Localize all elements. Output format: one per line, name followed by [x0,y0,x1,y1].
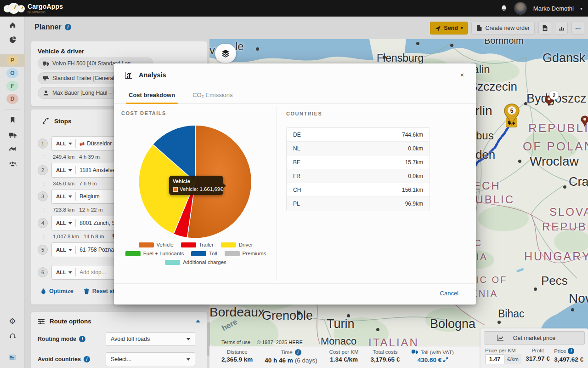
route-stats-bar: Distance2,365.9 kmTimei40 h 46 m (6 days… [209,346,481,368]
country-code: CH [293,187,301,193]
notifications-bell-icon[interactable] [500,5,508,12]
drag-handle-icon[interactable]: ⋮ [41,234,46,240]
more-actions-button[interactable]: ⋯ [571,22,584,34]
app-logo[interactable]: CargoApps by IMPARGO [4,1,63,15]
cancel-button[interactable]: Cancel [440,290,458,297]
market-chart-icon [497,335,503,341]
get-market-price-button[interactable]: Get market price [484,331,585,345]
stop-location-field[interactable]: ALL1181 Amstelve [51,163,119,178]
stop-mode-select[interactable]: ALL [52,220,68,226]
stop-number: 6 [38,267,48,277]
planner-info-icon[interactable]: i [65,24,71,30]
pie-tooltip: Vehicle Vehicle: 1.661,69€ [169,176,223,195]
avoid-countries-select[interactable]: Select... [106,352,195,366]
tab-co2-emissions[interactable]: CO₂ Emissions [192,86,233,104]
map-city-label: Bologna [430,317,475,331]
left-rail: POFD ⚙ [0,17,25,368]
legend-label: Trailer [199,242,214,247]
swap-stops-icon[interactable]: ⇄ [79,140,85,147]
sidebar-item-settings[interactable]: ⚙ [0,315,25,328]
segment-distance-time: 1,047.8 km14 h 8 m [53,234,109,239]
user-avatar[interactable] [514,2,527,15]
vehicle-panel-title: Vehicle & driver [38,48,201,55]
map-city-label: Novi [569,291,588,306]
map-city-label: Szczecin [469,80,517,94]
country-distance: 96.9km [405,201,423,207]
trailer-icon [43,75,49,81]
stop-location-field[interactable]: ALLBelgium [51,189,119,204]
sidebar-workspace-p[interactable]: P [0,54,25,67]
export-pdf-button[interactable] [538,22,551,34]
stop-location-field[interactable]: ALLAdd stop... [51,265,119,280]
user-menu-chevron-icon[interactable]: ▾ [580,6,582,11]
cost-details-title: COST DETAILS [121,110,166,116]
price-info-icon[interactable]: i [568,348,574,354]
map-city-dot [450,44,453,47]
sidebar-workspace-o[interactable]: O [0,67,25,80]
close-icon[interactable]: × [458,70,467,79]
stop-mode-select[interactable]: ALL [52,167,68,173]
country-row: FR0.0km [287,169,430,183]
dropdown-caret-icon [68,271,72,274]
avoid-countries-info-icon[interactable]: i [84,356,90,362]
truck-icon [43,60,49,67]
routing-mode-info-icon[interactable]: i [79,336,85,342]
stop-mode-select[interactable]: ALL [52,247,68,253]
pdf-file-icon [542,25,548,31]
stop-location-field[interactable]: ALL⇄Düsseldor [51,136,119,151]
country-code: PL [293,201,300,207]
map-city-label: Cracow [569,175,588,189]
tab-cost-breakdown[interactable]: Cost breakdown [128,86,176,104]
price-per-km-input[interactable] [485,354,504,364]
routing-mode-select[interactable]: Avoid toll roads [106,332,195,346]
sidebar-item-bookmarks[interactable] [0,113,25,126]
stop-mode-select[interactable]: ALL [52,141,68,146]
stop-mode-select[interactable]: ALL [52,194,68,199]
country-row: PL96.9km [287,197,430,211]
sidebar-item-fleet[interactable] [0,128,25,141]
tooltip-swatch [173,187,178,192]
map-order-pin-2[interactable] [581,115,588,127]
map-stop5-pin[interactable]: 5 [503,104,520,127]
map-city-dot [571,308,574,311]
modal-divider [277,107,277,281]
sidebar-workspace-f[interactable]: F [0,80,25,92]
country-row: CH156.1km [287,183,430,197]
terms-of-use-link[interactable]: Terms of use [221,339,250,345]
country-row: NL0.0km [287,142,430,155]
map-city-label: Turin [327,317,355,331]
drag-handle-icon[interactable]: ⋮ [41,181,46,187]
optimize-button[interactable]: Optimize [40,288,74,294]
analysis-button[interactable] [555,22,568,34]
toll-expand-icon[interactable] [443,356,448,363]
create-new-order-button[interactable]: Create new order [471,22,535,34]
stop-mode-select[interactable]: ALL [52,270,68,275]
sidebar-workspace-d[interactable]: D [0,92,25,105]
map-city-label: Grenoble [262,309,313,323]
sidebar-item-team[interactable] [0,157,25,170]
stat-label: Distance [221,349,253,355]
send-button[interactable]: Send ▾ [430,22,468,34]
collapse-chevron-icon[interactable] [196,320,200,322]
country-distance: 15.7km [405,159,423,166]
drag-handle-icon[interactable]: ⋮ [41,207,46,213]
sidebar-item-partners[interactable] [0,143,25,155]
stop-location-field[interactable]: ALL8001 Zurich, S [51,216,119,230]
rail-divider [5,50,20,50]
sidebar-item-shortcuts[interactable] [0,351,25,363]
country-distance: 0.0km [408,145,423,152]
map-order-count-badge[interactable]: 2 [549,91,559,100]
map-layers-button[interactable] [215,44,236,63]
user-name[interactable]: Marko Demothi [533,5,574,12]
sidebar-item-analytics[interactable] [0,33,25,46]
workspace-avatar: F [6,81,18,91]
time-info-icon[interactable]: i [295,349,301,356]
drag-handle-icon[interactable]: ⋮ [41,154,46,160]
sidebar-item-home[interactable] [0,18,25,31]
map-city-dot [416,42,419,45]
layers-icon [221,49,230,58]
stop-location-field[interactable]: ALL61-758 Poznan [51,242,119,257]
stop-number: 5 [38,245,48,255]
legend-label: Vehicle [157,242,174,247]
sidebar-item-support[interactable] [0,329,25,342]
